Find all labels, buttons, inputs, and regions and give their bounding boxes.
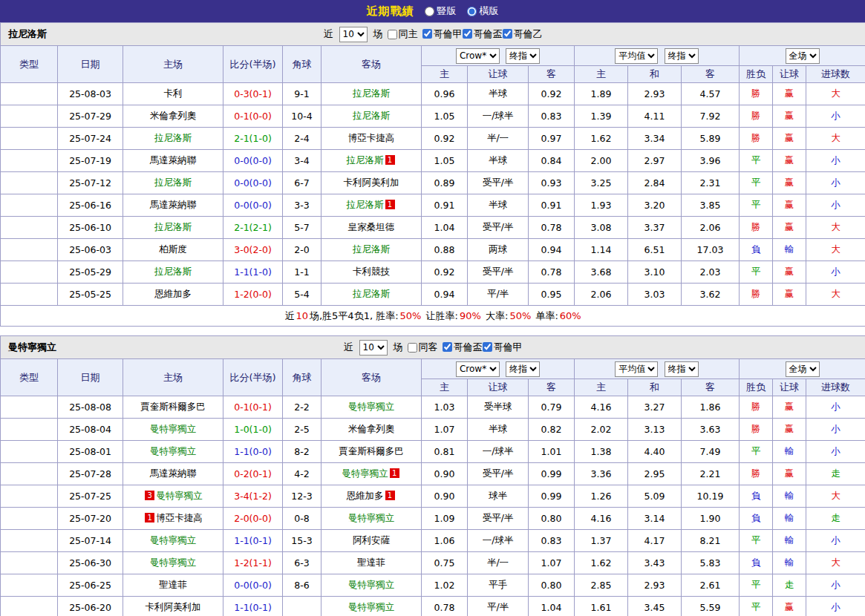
score-cell: 1-1(1-0) — [223, 261, 283, 284]
league-cell: 哥倫甲 — [1, 83, 58, 105]
avg-away: 2.03 — [682, 261, 740, 284]
table-header-row: 类型 日期 主场 比分(半场) 角球 客场 Crow* 终指 平均值 终指 全场 — [1, 46, 865, 66]
team-name[interactable]: 馬達萊納聯 — [150, 199, 197, 210]
col-avg-home: 主 — [575, 379, 628, 396]
scope-select[interactable]: 全场 — [786, 361, 820, 377]
team-name[interactable]: 曼特寧獨立 — [348, 601, 395, 612]
team-name[interactable]: 拉尼洛斯 — [353, 243, 390, 255]
league-filter[interactable]: 哥倫盃 — [443, 341, 483, 354]
average-select[interactable]: 平均值 — [615, 48, 658, 64]
team-name[interactable]: 拉尼洛斯 — [353, 110, 390, 121]
company-stat-select[interactable]: 终指 — [506, 361, 540, 377]
league-filter[interactable]: 哥倫乙 — [503, 27, 543, 41]
team-name[interactable]: 曼特寧獨立 — [150, 445, 197, 456]
team-name[interactable]: 米倫拿列奧 — [348, 423, 395, 434]
team-name[interactable]: 拉尼洛斯 — [353, 288, 390, 299]
scope-select[interactable]: 全场 — [786, 48, 820, 64]
goals-cell: 小 — [806, 194, 865, 217]
handicap-result-cell: 赢 — [773, 597, 806, 616]
same-venue-filter[interactable]: 同主 — [388, 27, 418, 41]
league-checkbox[interactable] — [422, 29, 432, 39]
league-filter[interactable]: 哥倫盃 — [463, 27, 503, 41]
avg-away: 7.49 — [682, 441, 740, 463]
company-select-cell: Crow* 终指 — [422, 359, 575, 379]
team-name[interactable]: 聖達菲 — [159, 579, 187, 590]
company-select-cell: Crow* 终指 — [422, 46, 575, 66]
team-name[interactable]: 卡利競技 — [353, 266, 390, 277]
layout-radio-horizontal[interactable]: 橫版 — [467, 4, 499, 18]
team-name[interactable]: 卡利阿美利加 — [146, 601, 201, 612]
odds-away: 1.04 — [529, 597, 575, 616]
avg-home: 4.16 — [575, 508, 628, 530]
league-checkbox[interactable] — [463, 29, 472, 39]
league-filter[interactable]: 哥倫甲 — [422, 27, 463, 41]
recent-count-select[interactable]: 10 — [339, 27, 368, 42]
col-result: 胜负 — [740, 66, 773, 83]
team-name[interactable]: 恩維加多 — [154, 288, 192, 299]
team-name[interactable]: 拉尼洛斯 — [347, 154, 384, 166]
results-table-section-1: 拉尼洛斯 近 10 场 同主 哥倫甲哥倫盃哥倫乙 类型 日期 主场 比分(半场)… — [0, 22, 865, 327]
team-name[interactable]: 恩維加多 — [347, 490, 384, 501]
away-team-cell: 拉尼洛斯1 — [321, 194, 422, 217]
league-checkbox[interactable] — [443, 342, 452, 352]
team-name[interactable]: 馬達萊納聯 — [150, 154, 197, 166]
team-name[interactable]: 拉尼洛斯 — [154, 132, 192, 143]
odds-handicap: 两球 — [468, 239, 529, 261]
team-name[interactable]: 卡利 — [164, 88, 183, 99]
team-name[interactable]: 馬達萊納聯 — [150, 468, 197, 479]
team-name[interactable]: 拉尼洛斯 — [353, 88, 390, 99]
odds-home: 1.05 — [422, 150, 468, 172]
team-name[interactable]: 皇家桑坦德 — [348, 221, 395, 232]
team-name[interactable]: 聖達菲 — [357, 557, 385, 568]
result-cell: 勝 — [740, 105, 773, 128]
average-stat-select[interactable]: 终指 — [665, 361, 699, 377]
team-name[interactable]: 拉尼洛斯 — [154, 177, 192, 188]
team-name[interactable]: 拉尼洛斯 — [347, 199, 384, 210]
same-venue-filter[interactable]: 同客 — [408, 341, 438, 354]
score-cell: 0-0(0-0) — [223, 194, 283, 217]
score-cell: 0-0(0-0) — [223, 574, 283, 597]
league-checkbox[interactable] — [483, 342, 492, 352]
league-checkbox[interactable] — [503, 29, 512, 39]
team-name[interactable]: 曼特寧獨立 — [150, 557, 197, 568]
company-select[interactable]: Crow* — [456, 361, 500, 377]
team-name[interactable]: 博亞卡捷高 — [348, 132, 395, 143]
recent-count-select[interactable]: 10 — [359, 340, 388, 355]
team-name[interactable]: 拉尼洛斯 — [154, 221, 192, 232]
horizontal-radio-input[interactable] — [467, 7, 477, 16]
team-name[interactable]: 曼特寧獨立 — [348, 401, 395, 412]
score-cell: 2-1(2-1) — [223, 217, 283, 239]
same-venue-checkbox[interactable] — [408, 343, 417, 353]
layout-radio-vertical[interactable]: 豎版 — [425, 4, 457, 18]
team-name[interactable]: 曼特寧獨立 — [150, 534, 197, 545]
avg-home: 1.39 — [575, 105, 628, 128]
corner-cell: 0-8 — [283, 508, 321, 530]
company-select[interactable]: Crow* — [456, 48, 500, 64]
team-name[interactable]: 曼特寧獨立 — [156, 490, 203, 501]
team-name[interactable]: 阿利安薩 — [353, 534, 390, 545]
team-name[interactable]: 賈奎斯科爾多巴 — [339, 445, 404, 456]
team-name[interactable]: 曼特寧獨立 — [348, 579, 395, 590]
away-team-cell: 曼特寧獨立 — [321, 508, 422, 530]
team-name[interactable]: 賈奎斯科爾多巴 — [140, 401, 206, 412]
page-title: 近期戰績 — [367, 4, 414, 19]
average-select[interactable]: 平均值 — [615, 361, 658, 377]
avg-draw: 2.97 — [628, 150, 682, 172]
team-name[interactable]: 柏斯度 — [159, 243, 187, 255]
league-filter[interactable]: 哥倫甲 — [483, 341, 523, 354]
team-name[interactable]: 曼特寧獨立 — [348, 512, 395, 523]
company-stat-select[interactable]: 终指 — [506, 48, 540, 64]
average-stat-select[interactable]: 终指 — [665, 48, 699, 64]
league-cell: 哥倫甲 — [1, 463, 58, 485]
team-name[interactable]: 卡利阿美利加 — [344, 177, 399, 188]
corner-cell: 4-2 — [283, 463, 321, 485]
team-name[interactable]: 博亞卡捷高 — [156, 512, 203, 523]
vertical-radio-input[interactable] — [425, 7, 434, 16]
team-name[interactable]: 米倫拿列奧 — [150, 110, 197, 121]
match-row: 哥倫甲25-07-253曼特寧獨立3-4(1-2)12-3恩維加多10.90球半… — [1, 485, 865, 508]
avg-draw: 6.51 — [628, 239, 682, 261]
team-name[interactable]: 曼特寧獨立 — [150, 423, 197, 434]
same-venue-checkbox[interactable] — [388, 30, 397, 39]
team-name[interactable]: 曼特寧獨立 — [342, 468, 388, 479]
team-name[interactable]: 拉尼洛斯 — [154, 266, 192, 277]
